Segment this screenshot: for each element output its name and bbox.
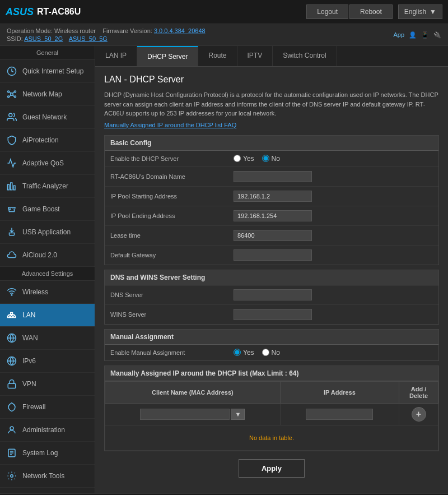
default-gateway-control xyxy=(234,249,433,261)
operation-mode-link[interactable]: Wireless router xyxy=(54,27,96,34)
client-input-cell: ▼ xyxy=(105,403,281,425)
firmware-link[interactable]: 3.0.0.4.384_20648 xyxy=(154,27,206,34)
sidebar-item-system-log[interactable]: System Log xyxy=(0,442,95,465)
domain-name-control xyxy=(234,171,433,182)
no-data-row: No data in table. xyxy=(105,425,438,450)
ip-pool-end-input[interactable] xyxy=(234,210,312,221)
domain-name-row: RT-AC86U's Domain Name xyxy=(105,167,438,187)
default-gateway-input[interactable] xyxy=(234,249,312,261)
tab-iptv[interactable]: IPTV xyxy=(237,46,273,66)
dns-control xyxy=(234,289,433,300)
firmware-label: Firmware Version: xyxy=(102,27,152,34)
sidebar-item-network-map[interactable]: Network Map xyxy=(0,83,95,106)
enable-manual-no-option[interactable]: No xyxy=(262,349,280,357)
tab-dhcp-server[interactable]: DHCP Server xyxy=(137,46,198,66)
sidebar-label-adaptive-qos: Adaptive QoS xyxy=(22,159,64,167)
logout-button[interactable]: Logout xyxy=(306,4,348,19)
user-icon[interactable]: 👤 xyxy=(409,31,417,39)
lease-time-row: Lease time xyxy=(105,226,438,246)
svg-point-14 xyxy=(11,295,12,296)
sidebar-label-guest-network: Guest Network xyxy=(22,113,67,121)
network-map-icon xyxy=(6,88,18,100)
advanced-section-title: Advanced Settings xyxy=(0,267,95,281)
page-description: DHCP (Dynamic Host Configuration Protoco… xyxy=(104,90,439,118)
apply-row: Apply xyxy=(104,451,439,485)
sidebar-item-lan[interactable]: LAN xyxy=(0,304,95,327)
sidebar-label-network-tools: Network Tools xyxy=(22,472,64,480)
sidebar-item-firewall[interactable]: Firewall xyxy=(0,396,95,419)
enable-manual-radio-group: Yes No xyxy=(234,349,433,357)
sidebar-item-administration[interactable]: Administration xyxy=(0,419,95,442)
enable-manual-yes-radio[interactable] xyxy=(234,349,241,356)
enable-dhcp-yes-radio[interactable] xyxy=(234,155,241,162)
enable-manual-no-label: No xyxy=(272,349,280,357)
dns-row: DNS Server xyxy=(105,285,438,305)
svg-rect-15 xyxy=(8,316,10,318)
sidebar-item-game-boost[interactable]: Game Boost xyxy=(0,198,95,221)
enable-manual-yes-option[interactable]: Yes xyxy=(234,349,254,357)
svg-point-4 xyxy=(8,96,10,98)
firewall-icon xyxy=(6,401,18,413)
tab-lan-ip[interactable]: LAN IP xyxy=(95,46,137,66)
model-name: RT-AC86U xyxy=(37,7,81,17)
sidebar-item-vpn[interactable]: VPN xyxy=(0,373,95,396)
apply-button[interactable]: Apply xyxy=(239,459,305,478)
enable-dhcp-no-option[interactable]: No xyxy=(262,155,280,163)
footer: ❓ Help & Support Manual | Utility | Feed… xyxy=(0,493,448,496)
reboot-button[interactable]: Reboot xyxy=(349,4,393,19)
wins-label: WINS Server xyxy=(110,311,234,318)
sidebar-label-usb-application: USB Application xyxy=(22,228,71,236)
sidebar-item-guest-network[interactable]: Guest Network xyxy=(0,106,95,129)
chevron-down-icon: ▼ xyxy=(430,8,436,16)
system-log-icon xyxy=(6,447,18,459)
ip-pool-end-control xyxy=(234,210,433,221)
sidebar-item-wan[interactable]: WAN xyxy=(0,327,95,350)
sidebar-label-wan: WAN xyxy=(22,334,38,342)
sidebar-item-wireless[interactable]: Wireless xyxy=(0,281,95,304)
enable-dhcp-yes-option[interactable]: Yes xyxy=(234,155,254,163)
phone-icon[interactable]: 📱 xyxy=(421,31,429,39)
basic-config-section: Basic Config Enable the DHCP Server Yes xyxy=(104,135,439,265)
usb-application-icon xyxy=(6,226,18,238)
ssid-2g-link[interactable]: ASUS_50_2G xyxy=(24,35,63,42)
sidebar-item-traffic-analyzer[interactable]: Traffic Analyzer xyxy=(0,175,95,198)
ip-address-input[interactable] xyxy=(306,409,373,420)
tab-switch-control[interactable]: Switch Control xyxy=(273,46,337,66)
dns-wins-section: DNS and WINS Server Setting DNS Server W… xyxy=(104,270,439,325)
wins-input[interactable] xyxy=(234,309,312,320)
sidebar-item-aicloud[interactable]: AiCloud 2.0 xyxy=(0,244,95,267)
manual-assignment-header: Manual Assignment xyxy=(105,330,438,345)
mac-dropdown-button[interactable]: ▼ xyxy=(231,409,245,420)
enable-manual-no-radio[interactable] xyxy=(262,349,269,356)
svg-point-10 xyxy=(9,113,12,117)
sidebar-item-usb-application[interactable]: USB Application xyxy=(0,221,95,244)
sidebar-item-quick-internet-setup[interactable]: Quick Internet Setup xyxy=(0,60,95,83)
sidebar-label-vpn: VPN xyxy=(22,380,36,388)
enable-manual-label: Enable Manual Assignment xyxy=(110,349,234,356)
info-bar: Operation Mode: Wireless router Firmware… xyxy=(0,24,448,46)
sidebar-item-adaptive-qos[interactable]: Adaptive QoS xyxy=(0,152,95,175)
lease-time-input[interactable] xyxy=(234,230,312,241)
language-selector[interactable]: English ▼ xyxy=(398,4,442,19)
ssid-5g-link[interactable]: ASUS_50_5G xyxy=(69,35,108,42)
tab-route[interactable]: Route xyxy=(198,46,237,66)
sidebar-item-network-tools[interactable]: Network Tools xyxy=(0,465,95,488)
adaptive-qos-icon xyxy=(6,157,18,169)
svg-rect-11 xyxy=(8,184,10,190)
manual-table-header: Manually Assigned IP around the DHCP lis… xyxy=(105,366,438,381)
svg-line-9 xyxy=(13,95,15,97)
ip-pool-start-input[interactable] xyxy=(234,191,312,202)
faq-link[interactable]: Manually Assigned IP around the DHCP lis… xyxy=(104,122,439,128)
mac-address-input[interactable] xyxy=(140,409,230,420)
enable-dhcp-no-radio[interactable] xyxy=(262,155,269,162)
table-input-row: ▼ + xyxy=(105,403,438,425)
dns-input[interactable] xyxy=(234,289,312,300)
manual-table-body: Client Name (MAC Address) IP Address Add… xyxy=(105,381,438,451)
language-label: English xyxy=(404,8,426,16)
enable-dhcp-no-label: No xyxy=(272,155,280,163)
sidebar-item-aiprotection[interactable]: AiProtection xyxy=(0,129,95,152)
sidebar-item-ipv6[interactable]: IPv6 xyxy=(0,350,95,373)
usb-icon[interactable]: 🔌 xyxy=(433,31,441,39)
add-entry-button[interactable]: + xyxy=(412,407,426,422)
domain-name-input[interactable] xyxy=(234,171,312,182)
